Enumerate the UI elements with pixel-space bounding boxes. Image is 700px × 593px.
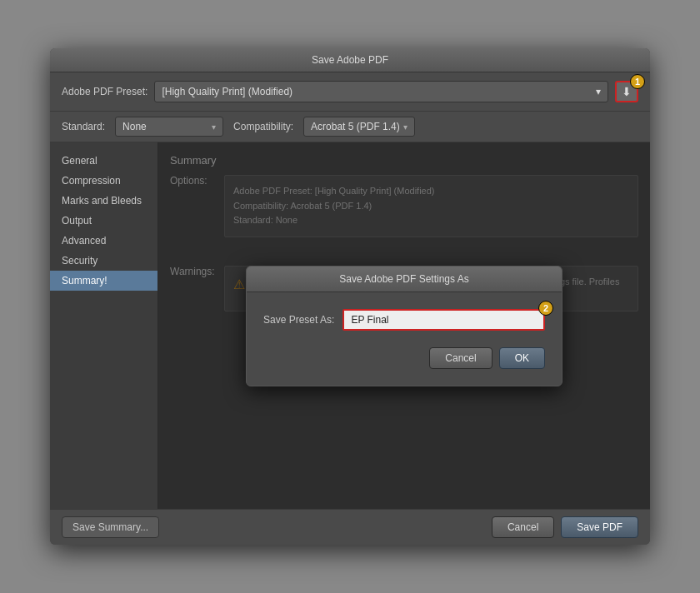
standard-arrow-icon: ▾ (212, 122, 216, 132)
bottom-buttons: Cancel Save PDF (492, 516, 638, 538)
bottom-bar: Save Summary... Cancel Save PDF (50, 509, 650, 545)
sidebar-item-compression[interactable]: Compression (50, 171, 158, 191)
modal-field-label: Save Preset As: (263, 314, 334, 326)
badge-2: 2 (538, 301, 553, 316)
badge-1: 1 (630, 74, 645, 89)
standard-value: None (122, 121, 147, 132)
modal-title-bar: Save Adobe PDF Settings As (247, 267, 562, 292)
save-pdf-button[interactable]: Save PDF (561, 516, 638, 538)
compat-arrow-icon: ▾ (403, 122, 408, 132)
window-title: Save Adobe PDF (312, 54, 388, 66)
modal-input-wrapper: 2 (342, 309, 545, 331)
main-window: Save Adobe PDF Adobe PDF Preset: [High Q… (50, 48, 650, 545)
content-area: Summary Options: Adobe PDF Preset: [High… (158, 142, 650, 509)
save-summary-button[interactable]: Save Summary... (62, 516, 159, 538)
title-bar: Save Adobe PDF (50, 48, 650, 72)
save-icon: ⬇ (622, 85, 632, 98)
compatibility-label: Compatibility: (233, 121, 293, 132)
preset-label: Adobe PDF Preset: (62, 86, 148, 97)
modal-body: Save Preset As: 2 Cancel OK (247, 292, 562, 386)
compatibility-select[interactable]: Acrobat 5 (PDF 1.4) ▾ (303, 117, 415, 137)
cancel-button[interactable]: Cancel (492, 516, 554, 538)
sidebar-item-advanced[interactable]: Advanced (50, 231, 158, 251)
standard-label: Standard: (62, 121, 105, 132)
modal-title: Save Adobe PDF Settings As (339, 273, 468, 285)
standard-select[interactable]: None ▾ (115, 117, 223, 137)
sidebar: General Compression Marks and Bleeds Out… (50, 142, 158, 509)
sidebar-item-general[interactable]: General (50, 151, 158, 171)
modal-field-row: Save Preset As: 2 (263, 309, 545, 331)
main-content: General Compression Marks and Bleeds Out… (50, 142, 650, 509)
sidebar-item-summary[interactable]: Summary! (50, 271, 158, 291)
preset-toolbar: Adobe PDF Preset: [High Quality Print] (… (50, 72, 650, 112)
standards-row: Standard: None ▾ Compatibility: Acrobat … (50, 112, 650, 142)
modal-overlay: Save Adobe PDF Settings As Save Preset A… (158, 142, 650, 509)
modal-cancel-button[interactable]: Cancel (429, 347, 492, 369)
save-settings-modal: Save Adobe PDF Settings As Save Preset A… (246, 266, 562, 386)
modal-ok-button[interactable]: OK (499, 347, 545, 369)
preset-value: [High Quality Print] (Modified) (162, 86, 292, 97)
sidebar-item-marks-and-bleeds[interactable]: Marks and Bleeds (50, 191, 158, 211)
sidebar-item-output[interactable]: Output (50, 211, 158, 231)
dropdown-arrow-icon: ▾ (596, 86, 601, 97)
modal-buttons: Cancel OK (263, 347, 545, 369)
save-preset-input[interactable] (342, 309, 545, 331)
sidebar-item-security[interactable]: Security (50, 251, 158, 271)
preset-dropdown[interactable]: [High Quality Print] (Modified) ▾ (154, 81, 608, 102)
compatibility-value: Acrobat 5 (PDF 1.4) (311, 121, 400, 132)
save-preset-button[interactable]: ⬇ 1 (615, 81, 638, 102)
